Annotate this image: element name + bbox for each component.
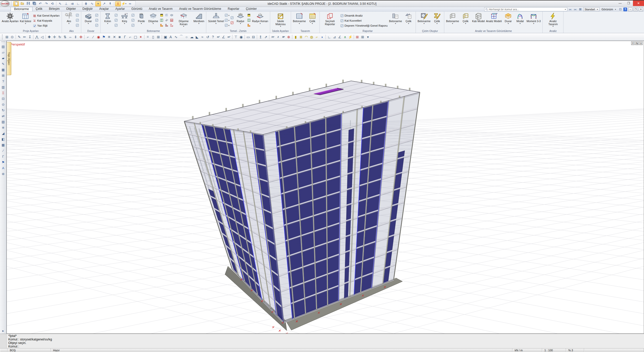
report-view-button[interactable]: ▥: [1, 84, 6, 90]
analiz-modeli-button[interactable]: Analiz Modeli: [486, 12, 502, 29]
text-tool-button[interactable]: A: [168, 34, 173, 40]
array-tool-button[interactable]: ⌗: [145, 34, 150, 40]
arc-orient-tool-button[interactable]: ◁: [39, 34, 45, 40]
find-objects-button[interactable]: ⊚: [1, 171, 6, 177]
restore-button[interactable]: ❐: [624, 1, 633, 6]
measure-tool-button[interactable]: ✎: [17, 34, 22, 40]
doseme-kenari-button[interactable]: Döşeme Kenarı▼: [175, 12, 193, 29]
open-file-button[interactable]: [19, 1, 25, 6]
show-columns-tool-button[interactable]: ▮: [293, 34, 298, 40]
grid-tool-button[interactable]: ⊞: [156, 34, 161, 40]
mat-region-button[interactable]: [247, 13, 251, 18]
cizim-celik-button[interactable]: Çelik▼: [431, 12, 443, 29]
corner-wall-button[interactable]: [94, 13, 99, 18]
query-tool-button[interactable]: ?: [210, 34, 216, 40]
paint-objects-button[interactable]: ⚑: [1, 159, 6, 165]
doseme-button[interactable]: Döşeme▼: [147, 12, 159, 29]
trim-tool-button[interactable]: ⌐: [85, 34, 91, 40]
hatch-tool-button[interactable]: ◣: [194, 34, 200, 40]
copy-objects-button[interactable]: ⊡: [1, 96, 6, 101]
move-tool-button[interactable]: ✚: [47, 34, 52, 40]
view-settings-icon[interactable]: ⊡: [618, 8, 622, 11]
viewport-v-button[interactable]: V: [639, 41, 643, 45]
snap-node-button[interactable]: ⌖: [95, 1, 101, 6]
snap-parallel-button[interactable]: ⇉: [69, 1, 75, 6]
coord-xy-tool-button[interactable]: XY: [270, 34, 275, 40]
3d-model-canvas[interactable]: [7, 41, 644, 333]
merdiven-button[interactable]: Merdiven▼: [193, 12, 205, 29]
slab-canopy-button[interactable]: [169, 13, 174, 18]
kat-kuvvetleri-button[interactable]: Kat Kuvvetleri: [339, 18, 388, 23]
line-axis-button[interactable]: [75, 23, 80, 28]
select-add-button[interactable]: ▱: [1, 50, 6, 55]
select-pointer-button[interactable]: ⇖: [57, 1, 63, 6]
pile-foundation-button[interactable]: ▼: [225, 18, 229, 23]
bored-pile-button[interactable]: [230, 21, 234, 26]
duvar-button[interactable]: Duvar▼: [83, 12, 94, 29]
rotate-view-button[interactable]: ↻: [1, 107, 6, 113]
slab-strip-button[interactable]: [164, 23, 169, 28]
slab-display-button[interactable]: ▩: [1, 142, 6, 148]
command-history[interactable]: *İptal*Komut : storyset/katgenel/ss/kgOb…: [7, 334, 52, 348]
selection-filter-icon[interactable]: ⊠: [578, 8, 582, 11]
layout-grid-tool-button[interactable]: ⊟: [251, 34, 256, 40]
slab-load-button[interactable]: [169, 18, 174, 23]
tab-g-r-nt-[interactable]: Görüntü: [128, 7, 145, 11]
color-picker-tool-button[interactable]: ✏: [22, 34, 27, 40]
rotate-tool-button[interactable]: ↻: [57, 34, 62, 40]
new-file-button[interactable]: [13, 1, 19, 6]
visibility-tool-button[interactable]: ◉: [238, 34, 244, 40]
mirror-axis-tool-button[interactable]: ⇕: [73, 34, 78, 40]
object-properties-button[interactable]: ▤: [1, 44, 6, 49]
tab-de-i-tir[interactable]: Değiştir: [79, 7, 96, 11]
circle-column-button[interactable]: [114, 13, 118, 18]
curve-wall-button[interactable]: [94, 23, 99, 28]
zoom-window-tool-button[interactable]: ⊞: [4, 34, 10, 40]
viewport-n-button[interactable]: N: [635, 41, 639, 45]
camera-view-button[interactable]: ⊙: [1, 102, 6, 107]
app-logo[interactable]: ideCAD: [1, 1, 10, 7]
single-footing-button[interactable]: ▼: [225, 13, 229, 18]
moment-3-3-button[interactable]: Moment 3-3▼: [526, 12, 541, 29]
goruntule-celik-button[interactable]: Çelik▼: [460, 12, 471, 29]
tab-analiz-ve-tasar-m-g-r-nt-leme[interactable]: Analiz ve Tasarım Görüntüleme: [176, 7, 224, 11]
show-stairs-tool-button[interactable]: ≣: [298, 34, 304, 40]
compass-tool-button[interactable]: ⋀: [34, 34, 39, 40]
slab-region-button[interactable]: [159, 13, 164, 18]
cloud-tool-button[interactable]: ☁: [189, 34, 194, 40]
coord-origin-tool-button[interactable]: ⊕: [286, 34, 291, 40]
analysis-run-tool-button[interactable]: ⚡: [348, 34, 353, 40]
command-search[interactable]: ▼: [484, 7, 567, 11]
mdi-minimize-button[interactable]: –: [628, 8, 632, 11]
iskele-makrosu-button[interactable]: İskele Makrosu▼: [271, 12, 290, 29]
coord-z-tool-button[interactable]: Z: [275, 34, 281, 40]
yari-rijit-button[interactable]: Yarı Rijit: [32, 23, 60, 28]
curve-beam-button[interactable]: [131, 18, 135, 23]
table-select-button[interactable]: ⊞: [1, 73, 6, 78]
help-button[interactable]: ?: [623, 8, 627, 11]
break-tool-button[interactable]: ✕: [112, 34, 117, 40]
view-menu[interactable]: Görünüm ▼: [600, 7, 617, 11]
search-input[interactable]: [489, 8, 564, 11]
table-add-tool-button[interactable]: ⊞: [355, 34, 360, 40]
slope-tool-button[interactable]: ◢: [1, 130, 6, 136]
quick-dimension-button[interactable]: ⇳: [115, 1, 121, 6]
divide-tool-button[interactable]: ✳: [106, 34, 112, 40]
stretch-tool-button[interactable]: ✜: [78, 34, 84, 40]
mat-corner-button[interactable]: [247, 23, 251, 28]
arc-tool-button[interactable]: ⌒: [179, 34, 184, 40]
show-panels-tool-button[interactable]: ◗: [319, 34, 325, 40]
select-pick-button[interactable]: ▰: [1, 55, 6, 61]
tab-ara-lar[interactable]: Araçlar: [96, 7, 112, 11]
tasarim-betonarme-button[interactable]: Betonarme▼: [292, 12, 306, 29]
kolon-button[interactable]: Kolon▼: [102, 12, 113, 29]
region-select-tool-button[interactable]: ▢: [133, 34, 138, 40]
viewport-y-button[interactable]: Y: [631, 41, 635, 45]
rapor-celik-button[interactable]: Çelik▼: [403, 12, 414, 29]
tab-ayarlar[interactable]: Ayarlar: [112, 7, 128, 11]
rapor-betonarme-button[interactable]: Betonarme▼: [389, 12, 403, 29]
tab-objeler[interactable]: Objeler: [63, 7, 79, 11]
pick-note-tool-button[interactable]: ↧: [27, 34, 32, 40]
standart-combo[interactable]: Standart ▼: [583, 7, 600, 11]
explode-tool-button[interactable]: ✴: [138, 34, 143, 40]
